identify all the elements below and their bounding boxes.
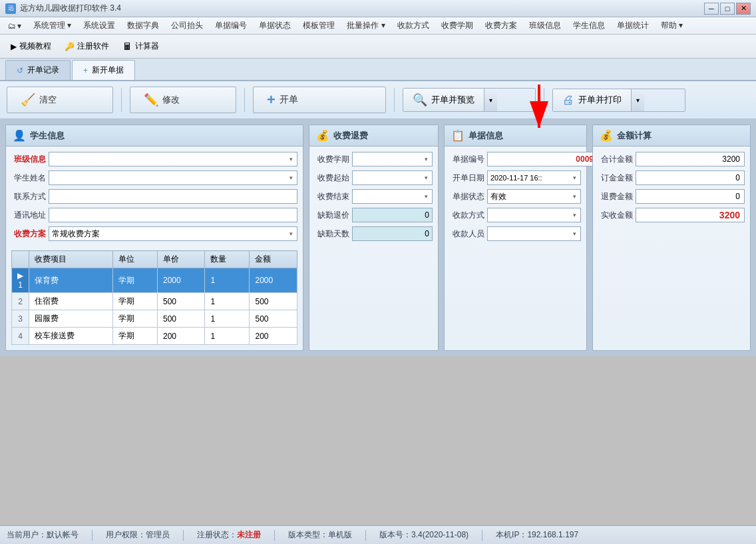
tab-new-label: 新开单据 [92,65,124,76]
absence-refund-label: 缺勤退价 [315,210,349,221]
student-name-select[interactable]: ▾ [49,170,297,185]
version-label: 版本号： [379,530,411,539]
actual-amount-label: 实收金额 [598,210,633,221]
row-unit: 学期 [112,310,157,328]
class-select[interactable]: ▾ [49,152,297,166]
modify-button[interactable]: ✏️ 修改 [130,87,236,113]
open-print-split-button[interactable]: 🖨 开单并打印 ▾ [552,89,685,112]
absence-refund-input[interactable] [352,208,433,222]
calculator-icon: 🖩 [122,41,132,52]
menu-doc-status[interactable]: 单据状态 [254,19,296,33]
payment-person-select[interactable]: ▾ [487,226,581,241]
fee-plan-select[interactable]: 常规收费方案 ▾ [49,226,297,241]
fee-semester-label: 收费学期 [315,154,349,165]
invoice-num-input[interactable] [487,152,597,166]
invoice-status-select[interactable]: 有效 ▾ [487,189,581,204]
fee-end-select[interactable]: ▾ [352,189,433,204]
table-row[interactable]: ▶ 1 保育费 学期 2000 1 2000 [12,268,297,293]
table-row[interactable]: 2 住宿费 学期 500 1 500 [12,293,297,310]
menu-data-dict[interactable]: 数据字典 [122,19,164,33]
menu-class-info[interactable]: 班级信息 [524,19,566,33]
menu-student-info[interactable]: 学生信息 [568,19,610,33]
tab-open-records[interactable]: ↺ 开单记录 [5,60,71,80]
fee-semester-row: 收费学期 ▾ [315,152,433,166]
fee-table: 收费项目 单位 单价 数量 金额 ▶ 1 保育费 学期 2000 1 2000 … [11,250,297,345]
minimize-button[interactable]: ─ [704,3,719,15]
class-arrow-icon: ▾ [288,156,294,162]
reg-status-label: 注册状态： [197,530,237,539]
address-input[interactable] [49,208,297,222]
student-name-row: 学生姓名 ▾ [11,170,297,185]
maximize-button[interactable]: □ [720,3,735,15]
fee-plan-label: 收费方案 [11,228,46,240]
toolbar-calculator[interactable]: 🖩 计算器 [117,39,164,53]
payment-method-arrow: ▾ [572,212,578,218]
fee-semester-select[interactable]: ▾ [352,152,433,166]
menu-file[interactable]: 🗂▾ [3,19,27,33]
toolbar-register[interactable]: 🔑 注册软件 [59,39,114,53]
version-value: 3.4(2020-11-08) [411,530,469,539]
tab-new-invoice[interactable]: + 新开单据 [72,60,135,80]
menu-company-header[interactable]: 公司抬头 [166,19,208,33]
modify-icon: ✏️ [144,93,158,107]
reg-status-value: 未注册 [237,530,261,539]
clear-button[interactable]: 🧹 清空 [7,87,113,113]
menu-payment-method[interactable]: 收款方式 [392,19,435,33]
invoice-num-label: 单据编号 [450,154,484,165]
student-name-label: 学生姓名 [11,172,46,184]
menu-help[interactable]: 帮助 ▾ [656,19,688,33]
toolbar-video-tutorial[interactable]: ▶ 视频教程 [5,39,57,53]
open-preview-split-button[interactable]: 🔍 开单并预览 ▾ [403,88,536,112]
tab-records-icon: ↺ [17,66,23,75]
reg-status: 注册状态：未注册 [197,529,261,541]
modify-label: 修改 [162,94,180,106]
actual-amount-row: 实收金额 3200 [598,208,745,222]
open-invoice-button[interactable]: + 开单 [253,87,386,113]
table-row[interactable]: 4 校车接送费 学期 200 1 200 [12,328,297,345]
menu-template-mgmt[interactable]: 模板管理 [297,19,340,33]
menu-system-mgmt[interactable]: 系统管理 ▾ [28,19,77,33]
row-price: 2000 [157,268,204,293]
current-user: 当前用户：默认帐号 [7,529,79,541]
invoice-info-header: 📋 单据信息 [445,125,586,146]
status-div-2 [183,530,184,541]
menu-doc-number[interactable]: 单据编号 [210,19,252,33]
invoice-info-body: 单据编号 开单日期 2020-11-17 16:: ▾ 单据状态 有效 ▾ [445,146,586,250]
menu-batch-ops[interactable]: 批量操作 ▾ [341,19,390,33]
ip-value: 192.168.1.197 [527,530,578,539]
open-preview-main[interactable]: 🔍 开单并预览 [403,89,484,111]
col-header-price: 单价 [157,251,204,268]
open-preview-label: 开单并预览 [431,94,474,106]
open-print-arrow[interactable]: ▾ [631,89,644,111]
clear-icon: 🧹 [21,93,35,107]
total-amount-row: 合计金额 3200 [598,152,745,166]
open-print-main[interactable]: 🖨 开单并打印 [553,89,631,111]
row-price: 200 [157,328,204,345]
fee-end-arrow: ▾ [423,193,429,200]
payment-method-select[interactable]: ▾ [487,208,581,222]
panels-row: 👤 学生信息 班级信息 ▾ 学生姓名 ▾ 联系方式 [0,119,756,356]
absence-days-input[interactable] [352,226,433,241]
student-panel-title: 学生信息 [30,130,65,142]
menu-fee-plan[interactable]: 收费方案 [480,19,522,33]
btn-divider-3 [394,88,395,112]
fee-end-label: 收费结束 [315,191,349,202]
open-date-arrow: ▾ [572,174,578,181]
open-date-value: 2020-11-17 16:: [490,174,542,182]
menu-system-settings[interactable]: 系统设置 [78,19,120,33]
row-num: ▶ 1 [12,268,29,293]
menu-fee-semester[interactable]: 收费学期 [436,19,478,33]
row-item: 住宿费 [29,293,113,310]
fee-start-select[interactable]: ▾ [352,170,433,185]
student-icon: 👤 [13,129,26,142]
version-type-label: 版本类型： [288,530,328,539]
contact-input[interactable] [49,189,297,204]
table-row[interactable]: 3 园服费 学期 500 1 500 [12,310,297,328]
contact-label: 联系方式 [11,191,46,202]
menu-doc-stats[interactable]: 单据统计 [612,19,654,33]
open-preview-arrow[interactable]: ▾ [484,89,497,111]
close-button[interactable]: ✕ [736,3,751,15]
open-date-select[interactable]: 2020-11-17 16:: ▾ [487,170,581,185]
contact-row: 联系方式 [11,189,297,204]
invoice-icon: 📋 [451,129,465,142]
